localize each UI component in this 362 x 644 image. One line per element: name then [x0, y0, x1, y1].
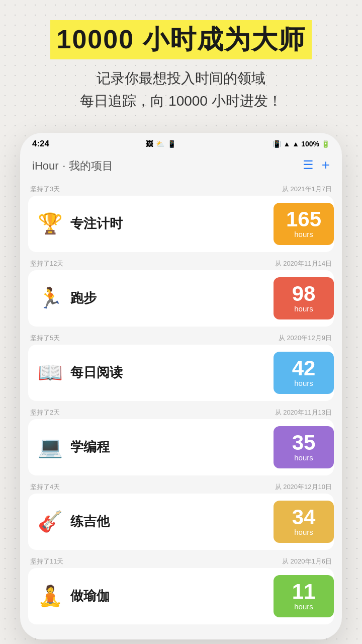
battery-level: 100%: [301, 140, 319, 148]
project-card-5[interactable]: 🎸 练吉他 34 hours: [28, 494, 334, 550]
streak-5: 坚持了4天: [30, 482, 60, 492]
project-card-6[interactable]: 🧘 做瑜伽 11 hours: [28, 568, 334, 624]
project-name-3: 每日阅读: [64, 364, 274, 381]
hours-number-5: 34: [292, 507, 316, 528]
hours-number-4: 35: [292, 432, 316, 453]
hours-label-2: hours: [294, 304, 313, 313]
project-name-5: 练吉他: [64, 513, 274, 530]
phone-icon: 📱: [167, 140, 176, 148]
project-hours-1: 165 hours: [274, 203, 334, 245]
status-bar: 4:24 🖼 ⛅ 📱 📳 ▲ ▲ 100% 🔋: [20, 133, 342, 153]
subtitle: 记录你最想投入时间的领域 每日追踪，向 10000 小时进发！: [10, 67, 352, 113]
since-6: 从 2020年1月6日: [282, 557, 332, 566]
status-time: 4:24: [32, 139, 49, 149]
wifi-icon: ▲: [283, 140, 290, 148]
project-name-6: 做瑜伽: [64, 587, 274, 605]
since-5: 从 2020年12月10日: [275, 482, 332, 492]
project-group-5: 坚持了4天 从 2020年12月10日 🎸 练吉他 34 hours: [28, 479, 334, 550]
project-card-2[interactable]: 🏃 跑步 98 hours: [28, 270, 334, 327]
project-emoji-5: 🎸: [36, 508, 64, 536]
streak-4: 坚持了2天: [30, 408, 60, 417]
project-group-2: 坚持了12天 从 2020年11月14日 🏃 跑步 98 hours: [28, 256, 334, 327]
project-meta-1: 坚持了3天 从 2021年1月7日: [28, 182, 334, 196]
streak-2: 坚持了12天: [30, 259, 63, 268]
app-title: iHour · 我的项目: [32, 157, 113, 174]
project-emoji-1: 🏆: [36, 210, 64, 238]
project-emoji-6: 🧘: [36, 582, 64, 610]
hours-number-1: 165: [286, 209, 321, 230]
since-2: 从 2020年11月14日: [275, 259, 332, 268]
hours-label-3: hours: [294, 379, 313, 387]
project-meta-2: 坚持了12天 从 2020年11月14日: [28, 256, 334, 270]
hours-number-6: 11: [292, 581, 316, 602]
hours-label-5: hours: [294, 528, 313, 536]
app-header: iHour · 我的项目 ☰ +: [20, 153, 342, 182]
project-name-1: 专注计时: [64, 215, 274, 232]
project-emoji-4: 💻: [36, 433, 64, 461]
project-hours-4: 35 hours: [274, 426, 334, 468]
header-actions: ☰ +: [303, 157, 330, 173]
project-group-6: 坚持了11天 从 2020年1月6日 🧘 做瑜伽 11 hours: [28, 554, 334, 624]
streak-6: 坚持了11天: [30, 557, 63, 566]
signal-icon: ▲: [292, 140, 299, 148]
since-3: 从 2020年12月9日: [279, 334, 332, 343]
since-4: 从 2020年11月13日: [275, 408, 332, 417]
projects-list: 坚持了3天 从 2021年1月7日 🏆 专注计时 165 hours 坚持了12…: [20, 182, 342, 639]
project-group-4: 坚持了2天 从 2020年11月13日 💻 学编程 35 hours: [28, 405, 334, 475]
subtitle-line1: 记录你最想投入时间的领域: [10, 67, 352, 90]
project-hours-2: 98 hours: [274, 277, 334, 319]
header-section: 10000 小时成为大师 记录你最想投入时间的领域 每日追踪，向 10000 小…: [0, 0, 362, 123]
hours-label-1: hours: [294, 230, 313, 238]
add-button[interactable]: +: [322, 157, 330, 173]
project-meta-3: 坚持了5天 从 2020年12月9日: [28, 331, 334, 345]
subtitle-line2: 每日追踪，向 10000 小时进发！: [10, 90, 352, 113]
project-group-1: 坚持了3天 从 2021年1月7日 🏆 专注计时 165 hours: [28, 182, 334, 252]
hours-number-3: 42: [292, 358, 316, 379]
since-1: 从 2021年1月7日: [282, 185, 332, 194]
phone-frame: 4:24 🖼 ⛅ 📱 📳 ▲ ▲ 100% 🔋 iHour · 我的项目 ☰ +…: [20, 133, 342, 639]
project-meta-6: 坚持了11天 从 2020年1月6日: [28, 554, 334, 568]
project-card-4[interactable]: 💻 学编程 35 hours: [28, 419, 334, 475]
main-title: 10000 小时成为大师: [50, 20, 311, 59]
project-name-4: 学编程: [64, 438, 274, 456]
project-meta-4: 坚持了2天 从 2020年11月13日: [28, 405, 334, 419]
battery-icon: 🔋: [321, 140, 330, 148]
project-hours-5: 34 hours: [274, 501, 334, 543]
status-icons: 🖼 ⛅ 📱: [146, 140, 176, 148]
photo-icon: 🖼: [146, 140, 153, 148]
vibrate-icon: 📳: [273, 140, 281, 148]
project-emoji-2: 🏃: [36, 284, 64, 312]
app-subtitle: · 我的项目: [62, 159, 113, 172]
streak-1: 坚持了3天: [30, 185, 60, 194]
project-emoji-3: 📖: [36, 359, 64, 387]
status-right: 📳 ▲ ▲ 100% 🔋: [273, 140, 330, 148]
weather-icon: ⛅: [156, 140, 164, 148]
hours-label-4: hours: [294, 453, 313, 462]
streak-3: 坚持了5天: [30, 334, 60, 343]
project-name-2: 跑步: [64, 289, 274, 307]
project-hours-6: 11 hours: [274, 575, 334, 617]
project-group-3: 坚持了5天 从 2020年12月9日 📖 每日阅读 42 hours: [28, 331, 334, 401]
hours-label-6: hours: [294, 602, 313, 611]
project-card-3[interactable]: 📖 每日阅读 42 hours: [28, 345, 334, 401]
list-icon[interactable]: ☰: [303, 158, 314, 172]
project-card-1[interactable]: 🏆 专注计时 165 hours: [28, 196, 334, 252]
project-meta-5: 坚持了4天 从 2020年12月10日: [28, 479, 334, 494]
app-name: iHour: [32, 159, 59, 172]
project-hours-3: 42 hours: [274, 352, 334, 394]
hours-number-2: 98: [292, 283, 316, 304]
